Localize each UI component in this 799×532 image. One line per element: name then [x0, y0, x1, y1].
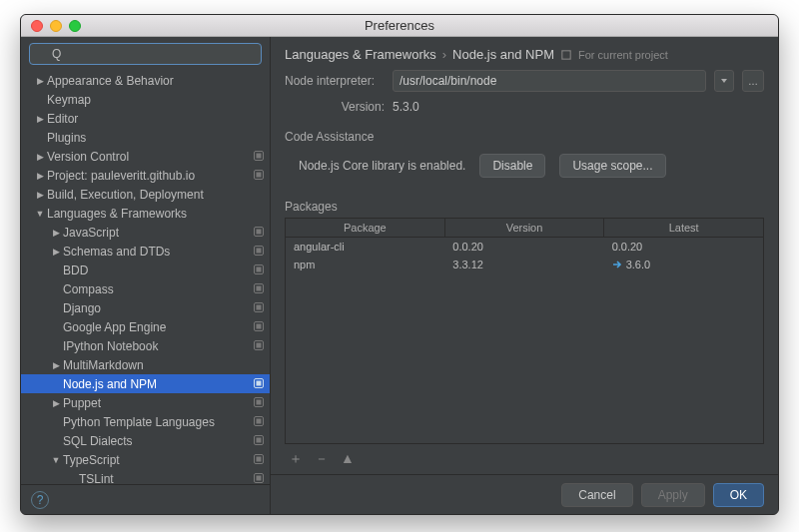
- minimize-window-button[interactable]: [50, 20, 62, 32]
- tree-item-label: Node.js and NPM: [63, 377, 252, 391]
- project-scope-icon: [252, 454, 266, 466]
- remove-package-button[interactable]: －: [315, 450, 329, 468]
- upgrade-package-button[interactable]: ▲: [341, 450, 355, 468]
- project-scope-icon: [252, 170, 266, 182]
- project-scope-icon: [252, 397, 266, 409]
- zoom-window-button[interactable]: [69, 20, 81, 32]
- project-scope-icon: [252, 321, 266, 333]
- tree-item-label: TypeScript: [63, 453, 252, 467]
- packages-title: Packages: [271, 188, 778, 218]
- chevron-right-icon: ▶: [35, 76, 45, 86]
- settings-tree[interactable]: ▶Appearance & Behavior▶Keymap▶Editor▶Plu…: [21, 71, 270, 484]
- svg-rect-7: [257, 229, 262, 234]
- packages-header: Package Version Latest: [285, 218, 764, 237]
- project-scope-icon: [252, 283, 266, 295]
- tree-item-label: JavaScript: [63, 226, 252, 240]
- add-package-button[interactable]: ＋: [289, 450, 303, 468]
- project-scope-icon: [252, 227, 266, 239]
- tree-item[interactable]: ▶Node.js and NPM: [21, 374, 270, 393]
- disable-button[interactable]: Disable: [479, 154, 545, 178]
- chevron-right-icon: ▶: [51, 398, 61, 408]
- tree-item[interactable]: ▶Plugins: [21, 128, 270, 147]
- tree-item-label: Keymap: [47, 93, 266, 107]
- tree-item[interactable]: ▶BDD: [21, 261, 270, 279]
- breadcrumb-parent: Languages & Frameworks: [285, 47, 436, 62]
- tree-item[interactable]: ▶Compass: [21, 279, 270, 298]
- interpreter-path[interactable]: /usr/local/bin/node: [393, 70, 706, 92]
- tree-item[interactable]: ▶Appearance & Behavior: [21, 71, 270, 90]
- packages-col-package[interactable]: Package: [286, 219, 445, 237]
- tree-item[interactable]: ▶Keymap: [21, 90, 270, 109]
- interpreter-version: 5.3.0: [393, 100, 419, 114]
- tree-item-label: Google App Engine: [63, 320, 252, 334]
- tree-item-label: Compass: [63, 282, 252, 296]
- sidebar-footer: ?: [21, 484, 270, 514]
- close-window-button[interactable]: [31, 20, 43, 32]
- help-button[interactable]: ?: [31, 491, 49, 509]
- project-scope-icon: [252, 265, 266, 276]
- tree-item[interactable]: ▶JavaScript: [21, 223, 270, 242]
- project-scope-icon: [252, 340, 266, 352]
- update-available-icon: [612, 260, 622, 269]
- table-row[interactable]: npm3.3.123.6.0: [286, 256, 763, 273]
- tree-item[interactable]: ▶Puppet: [21, 393, 270, 412]
- window-title: Preferences: [21, 18, 778, 33]
- tree-item[interactable]: ▶Version Control: [21, 147, 270, 166]
- dialog-footer: Cancel Apply OK: [271, 474, 778, 514]
- package-name: angular-cli: [286, 241, 444, 253]
- tree-item[interactable]: ▼TypeScript: [21, 450, 270, 469]
- cancel-button[interactable]: Cancel: [561, 483, 632, 507]
- apply-button: Apply: [641, 483, 705, 507]
- tree-item-label: SQL Dialects: [63, 434, 252, 448]
- tree-item[interactable]: ▶Python Template Languages: [21, 412, 270, 431]
- sidebar: ▶Appearance & Behavior▶Keymap▶Editor▶Plu…: [21, 37, 271, 514]
- packages-col-version[interactable]: Version: [445, 219, 605, 237]
- packages-toolbar: ＋ － ▲: [285, 444, 764, 474]
- svg-rect-31: [257, 475, 262, 480]
- svg-rect-5: [257, 172, 262, 177]
- package-version: 3.3.12: [444, 259, 603, 270]
- tree-item-label: Build, Execution, Deployment: [47, 188, 266, 202]
- svg-rect-21: [257, 380, 262, 385]
- chevron-right-icon: ▶: [51, 228, 61, 238]
- tree-item-label: Schemas and DTDs: [63, 245, 252, 259]
- tree-item-label: TSLint: [79, 472, 252, 485]
- svg-rect-15: [257, 304, 262, 309]
- search-input[interactable]: [29, 43, 262, 65]
- usage-scope-button[interactable]: Usage scope...: [559, 154, 665, 178]
- tree-item[interactable]: ▶Django: [21, 298, 270, 317]
- tree-item[interactable]: ▶MultiMarkdown: [21, 355, 270, 374]
- interpreter-browse-button[interactable]: …: [742, 70, 764, 92]
- tree-item[interactable]: ▶Project: pauleveritt.github.io: [21, 166, 270, 185]
- table-row[interactable]: angular-cli0.0.200.0.20: [286, 238, 763, 256]
- tree-item[interactable]: ▶Google App Engine: [21, 317, 270, 336]
- package-latest: 0.0.20: [604, 241, 763, 253]
- tree-item-label: Python Template Languages: [63, 415, 252, 429]
- project-scope-icon: [252, 246, 266, 258]
- tree-item[interactable]: ▶SQL Dialects: [21, 431, 270, 450]
- interpreter-label: Node interpreter:: [285, 74, 385, 88]
- chevron-down-icon: [720, 77, 728, 85]
- code-assistance-status: Node.js Core library is enabled.: [299, 159, 465, 173]
- tree-item[interactable]: ▶IPython Notebook: [21, 336, 270, 355]
- packages-col-latest[interactable]: Latest: [604, 219, 763, 237]
- tree-item[interactable]: ▶TSLint: [21, 469, 270, 484]
- packages-table[interactable]: angular-cli0.0.200.0.20npm3.3.123.6.0: [285, 237, 764, 444]
- main-panel: Languages & Frameworks › Node.js and NPM…: [271, 37, 778, 514]
- ok-button[interactable]: OK: [713, 483, 764, 507]
- tree-item[interactable]: ▶Schemas and DTDs: [21, 242, 270, 261]
- interpreter-dropdown-button[interactable]: [714, 70, 734, 92]
- project-scope-icon: [252, 378, 266, 390]
- project-scope-icon: [560, 49, 572, 61]
- tree-item-label: Django: [63, 301, 252, 315]
- package-latest: 3.6.0: [604, 259, 763, 270]
- tree-item[interactable]: ▼Languages & Frameworks: [21, 204, 270, 223]
- tree-item-label: MultiMarkdown: [63, 358, 266, 372]
- tree-item[interactable]: ▶Editor: [21, 109, 270, 128]
- chevron-right-icon: ▶: [51, 360, 61, 370]
- tree-item[interactable]: ▶Build, Execution, Deployment: [21, 185, 270, 204]
- svg-rect-9: [257, 248, 262, 253]
- chevron-right-icon: ▶: [35, 190, 45, 200]
- preferences-window: Preferences ▶Appearance & Behavior▶Keyma…: [20, 14, 779, 515]
- project-scope-icon: [252, 302, 266, 314]
